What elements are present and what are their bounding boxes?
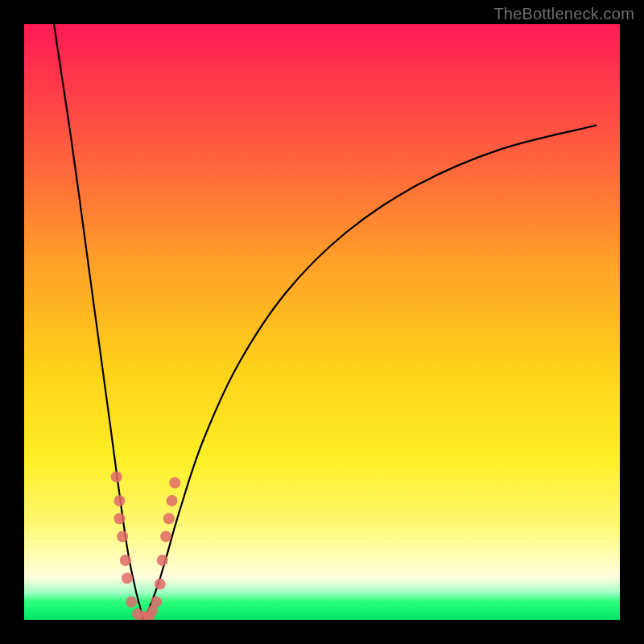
sample-marker bbox=[160, 530, 171, 542]
chart-frame: TheBottleneck.com bbox=[0, 0, 644, 644]
attribution-watermark: TheBottleneck.com bbox=[493, 5, 634, 23]
sample-marker bbox=[155, 579, 166, 590]
sample-marker bbox=[157, 555, 168, 566]
plot-area bbox=[24, 24, 620, 620]
sample-marker bbox=[111, 471, 122, 482]
sample-marker bbox=[120, 555, 131, 566]
sample-marker bbox=[122, 572, 133, 584]
sample-marker bbox=[167, 495, 178, 506]
sample-marker bbox=[126, 597, 137, 608]
sample-marker bbox=[169, 477, 180, 489]
curve-right-branch bbox=[143, 126, 596, 620]
sample-marker bbox=[114, 513, 125, 524]
curve-svg-layer bbox=[24, 24, 620, 620]
sample-marker bbox=[117, 530, 128, 542]
sample-marker bbox=[151, 597, 162, 608]
bottleneck-curve bbox=[54, 24, 596, 620]
sample-marker bbox=[163, 513, 175, 524]
curve-left-branch bbox=[54, 24, 143, 620]
sample-marker bbox=[114, 495, 125, 506]
